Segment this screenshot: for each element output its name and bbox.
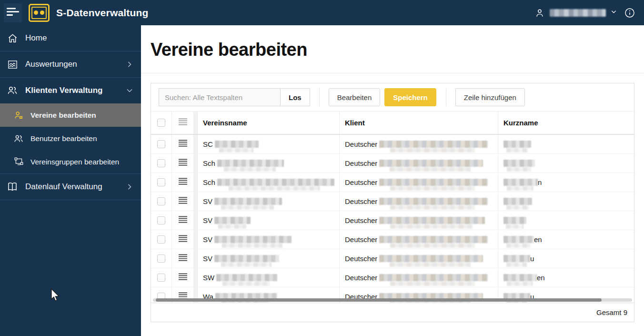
user-icon [534, 7, 545, 19]
row-checkbox[interactable] [157, 159, 165, 167]
frozen-divider [194, 249, 198, 268]
sidebar-toggle-button[interactable] [4, 3, 22, 22]
column-header-vereinsname[interactable]: Vereinsname [198, 112, 340, 134]
scrollbar-thumb[interactable] [156, 298, 602, 302]
row-menu-icon[interactable] [179, 140, 187, 149]
cell-vereinsname[interactable]: Sch [198, 154, 340, 173]
cell-kurzname[interactable]: n [498, 173, 634, 192]
cell-kurzname[interactable] [498, 192, 634, 211]
username-redacted [550, 9, 606, 17]
row-checkbox[interactable] [157, 274, 165, 282]
row-menu-icon[interactable] [179, 254, 187, 263]
row-menu-icon[interactable] [179, 159, 187, 168]
row-menu-icon[interactable] [179, 235, 187, 244]
home-icon [7, 32, 18, 44]
sidebar-item-benutzer-bearbeiten[interactable]: Benutzer bearbeiten [0, 127, 141, 150]
row-checkbox[interactable] [157, 140, 165, 148]
frozen-divider [194, 154, 198, 173]
row-menu-icon[interactable] [179, 178, 187, 187]
frozen-divider [194, 112, 198, 134]
divider [0, 200, 141, 200]
column-header-kurzname[interactable]: Kurzname [498, 112, 634, 134]
table-row: SV Deutscher [151, 211, 634, 230]
cell-kurzname[interactable] [498, 211, 634, 230]
page-title: Vereine bearbeiten [151, 40, 644, 60]
kurzname-suffix: en [534, 235, 542, 244]
cell-vereinsname[interactable]: SC [198, 135, 340, 153]
edit-button[interactable]: Bearbeiten [329, 88, 381, 106]
redacted-text [503, 255, 530, 262]
app-title: S-Datenverwaltung [56, 7, 149, 19]
user-menu[interactable] [534, 7, 617, 19]
app-logo-icon [29, 4, 50, 22]
vereinsname-prefix: SV [203, 255, 212, 263]
redacted-text [503, 217, 526, 224]
book-icon [7, 181, 18, 193]
klient-prefix: Deutscher [345, 178, 377, 186]
cell-kurzname[interactable] [498, 154, 634, 173]
cell-kurzname[interactable]: en [498, 230, 634, 249]
cell-kurzname[interactable]: u [498, 249, 634, 268]
row-menu-icon[interactable] [179, 273, 187, 282]
divider [446, 88, 446, 106]
hamburger-icon [7, 7, 19, 18]
sidebar-item-label: Benutzer bearbeiten [30, 134, 133, 143]
sidebar-item-home[interactable]: Home [0, 25, 141, 51]
row-checkbox[interactable] [157, 255, 165, 263]
redacted-text [214, 255, 279, 262]
row-checkbox[interactable] [157, 216, 165, 224]
cell-vereinsname[interactable]: SV [198, 230, 340, 249]
search-input[interactable] [159, 88, 280, 106]
table-row: SV Deutscher u [151, 249, 634, 268]
redacted-text [379, 198, 488, 205]
sidebar-item-klienten-verwaltung[interactable]: Klienten Verwaltung [0, 78, 141, 103]
row-menu-icon[interactable] [179, 216, 187, 225]
cell-klient[interactable]: Deutscher [340, 192, 498, 211]
column-header-klient[interactable]: Klient [340, 112, 498, 134]
info-icon[interactable] [624, 7, 635, 19]
select-all-checkbox[interactable] [157, 119, 165, 127]
redacted-text [216, 274, 277, 281]
sidebar-item-label: Vereine bearbeiten [30, 111, 133, 120]
row-checkbox[interactable] [157, 197, 165, 205]
cell-klient[interactable]: Deutscher [340, 211, 498, 230]
add-row-button[interactable]: Zeile hinzufügen [455, 88, 525, 106]
sidebar-item-vereinsgruppen-bearbeiten[interactable]: Vereinsgruppen bearbeiten [0, 150, 141, 173]
table-header: Vereinsname Klient Kurzname [151, 111, 634, 135]
redacted-text [503, 198, 532, 205]
cell-klient[interactable]: Deutscher [340, 135, 498, 153]
redacted-text [379, 274, 488, 281]
horizontal-scrollbar[interactable] [153, 298, 632, 302]
cell-vereinsname[interactable]: SV [198, 249, 340, 268]
cell-vereinsname[interactable]: SW [198, 268, 340, 287]
table-row: Sch Deutscher n [151, 173, 634, 192]
cell-klient[interactable]: Deutscher [340, 268, 498, 287]
search-go-button[interactable]: Los [280, 88, 310, 106]
klient-prefix: Deutscher [345, 274, 377, 282]
cell-klient[interactable]: Deutscher [340, 230, 498, 249]
row-menu-icon[interactable] [179, 118, 187, 127]
main-content: Vereine bearbeiten Los Bearbeiten Speich… [141, 25, 644, 336]
sidebar-item-vereine-bearbeiten[interactable]: Vereine bearbeiten [0, 103, 141, 127]
cell-vereinsname[interactable]: SV [198, 192, 340, 211]
vereinsname-prefix: SV [203, 197, 212, 205]
vereinsname-prefix: SV [203, 235, 212, 244]
cell-klient[interactable]: Deutscher [340, 154, 498, 173]
redacted-text [379, 179, 488, 186]
frozen-divider [194, 173, 198, 192]
cell-kurzname[interactable]: en [498, 268, 634, 287]
cell-klient[interactable]: Deutscher [340, 173, 498, 192]
row-checkbox[interactable] [157, 235, 165, 244]
frozen-divider [194, 211, 198, 230]
row-checkbox[interactable] [157, 178, 165, 186]
cell-vereinsname[interactable]: SV [198, 211, 340, 230]
save-button[interactable]: Speichern [384, 88, 436, 106]
search-group: Los [159, 88, 310, 106]
sidebar-item-datenlauf-verwaltung[interactable]: Datenlauf Verwaltung [0, 174, 141, 200]
cell-kurzname[interactable] [498, 135, 634, 153]
sidebar-item-auswertungen[interactable]: Auswertungen [0, 51, 141, 77]
table-toolbar: Los Bearbeiten Speichern Zeile hinzufüge… [151, 83, 634, 111]
cell-vereinsname[interactable]: Sch [198, 173, 340, 192]
row-menu-icon[interactable] [179, 197, 187, 206]
cell-klient[interactable]: Deutscher [340, 249, 498, 268]
